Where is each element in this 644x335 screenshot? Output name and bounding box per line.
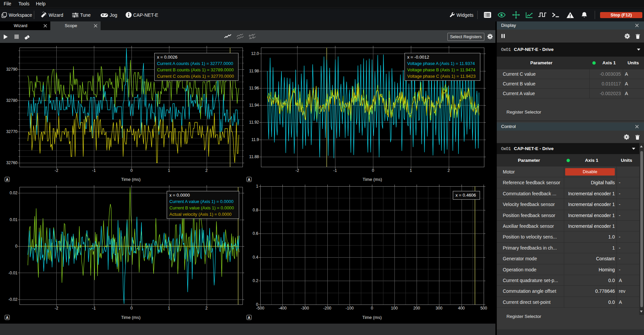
svg-text:0.4: 0.4 [253, 255, 258, 260]
svg-text:0: 0 [130, 306, 133, 311]
svg-text:32770: 32770 [6, 129, 18, 134]
svg-text:11.94: 11.94 [249, 103, 259, 108]
svg-text:-0.01: -0.01 [8, 271, 18, 275]
svg-text:0: 0 [15, 244, 17, 249]
svg-text:0.6: 0.6 [253, 231, 258, 236]
svg-text:-100: -100 [345, 306, 354, 311]
svg-text:-500: -500 [256, 306, 264, 311]
svg-text:2: 2 [205, 306, 208, 311]
svg-text:Time (ms): Time (ms) [121, 315, 141, 320]
svg-text:0: 0 [372, 168, 374, 173]
svg-text:Time (ms): Time (ms) [363, 177, 382, 182]
svg-text:-400: -400 [278, 306, 286, 311]
svg-text:100: 100 [391, 306, 398, 311]
svg-text:300: 300 [436, 306, 442, 311]
svg-text:12.0: 12.0 [251, 51, 259, 56]
svg-text:Time (ms): Time (ms) [362, 315, 382, 320]
svg-text:-0.02: -0.02 [8, 297, 18, 302]
svg-text:-1: -1 [92, 168, 96, 173]
svg-text:-2: -2 [296, 168, 299, 173]
svg-text:0.02: 0.02 [10, 191, 18, 195]
svg-text:-2: -2 [55, 168, 58, 173]
svg-text:500: 500 [480, 306, 487, 311]
svg-text:2: 2 [447, 168, 450, 173]
svg-text:11.92: 11.92 [249, 120, 259, 125]
svg-text:-1: -1 [92, 306, 96, 311]
svg-text:11.9: 11.9 [252, 137, 259, 142]
svg-text:200: 200 [413, 306, 420, 311]
svg-text:32760: 32760 [6, 160, 18, 165]
svg-text:-300: -300 [301, 306, 309, 311]
svg-text:32790: 32790 [6, 67, 18, 72]
svg-text:1: 1 [410, 168, 412, 173]
svg-text:0.2: 0.2 [253, 278, 258, 283]
svg-text:11.98: 11.98 [249, 69, 259, 73]
svg-text:0.8: 0.8 [253, 208, 258, 212]
svg-text:1: 1 [256, 184, 258, 189]
svg-text:11.88: 11.88 [249, 154, 259, 159]
svg-text:-200: -200 [323, 306, 331, 311]
svg-text:1: 1 [168, 306, 170, 311]
svg-text:0: 0 [371, 306, 373, 311]
svg-text:1: 1 [168, 168, 170, 173]
svg-text:0: 0 [130, 168, 133, 173]
svg-text:32780: 32780 [6, 98, 18, 103]
svg-text:0.01: 0.01 [10, 217, 18, 222]
svg-text:-2: -2 [55, 306, 58, 311]
svg-text:400: 400 [458, 306, 465, 311]
svg-text:11.96: 11.96 [249, 86, 259, 90]
svg-text:2: 2 [205, 168, 208, 173]
svg-text:Time (ms): Time (ms) [121, 177, 141, 182]
svg-text:-1: -1 [333, 168, 337, 173]
